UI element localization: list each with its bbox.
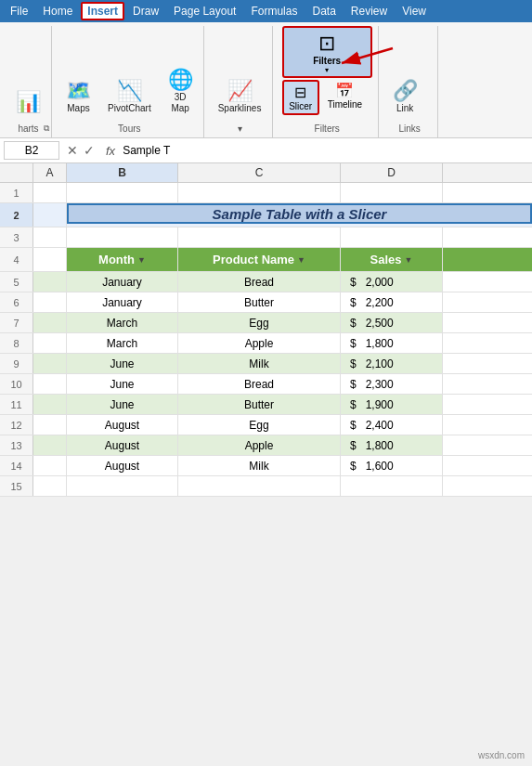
cell-a10[interactable]	[33, 374, 67, 394]
cell-a4[interactable]	[33, 248, 67, 271]
cell-b9[interactable]: June	[67, 354, 178, 373]
cell-a5[interactable]	[33, 272, 67, 292]
menu-file[interactable]: File	[4, 2, 34, 20]
menu-insert[interactable]: Insert	[81, 2, 124, 20]
cell-c4-product[interactable]: Product Name ▼	[178, 248, 341, 271]
charts-btn[interactable]: 📊	[11, 89, 45, 117]
col-header-b[interactable]: B	[67, 163, 178, 182]
cell-c15[interactable]	[178, 476, 341, 496]
threed-btn[interactable]: 🌐 3D Map	[163, 67, 198, 117]
pivotchart-label: PivotChart	[108, 103, 151, 114]
cell-c6[interactable]: Butter	[178, 292, 341, 312]
cell-a3[interactable]	[33, 227, 67, 247]
col-header-d[interactable]: D	[341, 163, 443, 182]
charts-dialog-icon[interactable]: ⧉	[44, 123, 49, 134]
confirm-formula-icon[interactable]: ✓	[84, 143, 95, 158]
cell-c10[interactable]: Bread	[178, 374, 341, 394]
menu-home[interactable]: Home	[36, 2, 79, 20]
menu-draw[interactable]: Draw	[126, 2, 165, 20]
dollar-13: $	[350, 439, 357, 452]
dollar-14: $	[350, 460, 357, 473]
timeline-btn[interactable]: 📅 Timeline	[323, 80, 367, 115]
dollar-9: $	[350, 357, 357, 370]
cell-d7[interactable]: $ 2,500	[341, 313, 443, 332]
menu-formulas[interactable]: Formulas	[244, 2, 304, 20]
cell-a2[interactable]	[33, 203, 67, 227]
slicer-btn[interactable]: ⊟ Slicer	[282, 80, 319, 115]
charts-group: 📊 harts ⧉	[6, 26, 52, 137]
cell-a12[interactable]	[33, 415, 67, 435]
cell-b1[interactable]	[67, 183, 178, 202]
cell-c8[interactable]: Apple	[178, 333, 341, 353]
product-filter-arrow[interactable]: ▼	[297, 255, 305, 265]
cell-d3[interactable]	[341, 227, 443, 247]
cell-d13[interactable]: $ 1,800	[341, 435, 443, 455]
pivotchart-btn[interactable]: 📉 PivotChart	[103, 78, 156, 117]
cell-b8[interactable]: March	[67, 333, 178, 353]
amount-5: 2,000	[366, 276, 394, 289]
menu-view[interactable]: View	[396, 2, 433, 20]
amount-14: 1,600	[366, 460, 394, 473]
cell-d6[interactable]: $ 2,200	[341, 292, 443, 312]
cell-b3[interactable]	[67, 227, 178, 247]
cell-a15[interactable]	[33, 476, 67, 496]
cell-c11[interactable]: Butter	[178, 395, 341, 414]
maps-btn[interactable]: 🗺️ Maps	[61, 78, 96, 117]
timeline-icon: 📅	[335, 82, 354, 99]
cell-b11[interactable]: June	[67, 395, 178, 414]
cell-d9[interactable]: $ 2,100	[341, 354, 443, 373]
cell-c9[interactable]: Milk	[178, 354, 341, 373]
cell-d5[interactable]: $ 2,000	[341, 272, 443, 292]
cell-c7[interactable]: Egg	[178, 313, 341, 332]
cell-b7[interactable]: March	[67, 313, 178, 332]
cell-b5[interactable]: January	[67, 272, 178, 292]
cell-d10[interactable]: $ 2,300	[341, 374, 443, 394]
menu-pagelayout[interactable]: Page Layout	[167, 2, 242, 20]
row-num-6: 6	[0, 292, 33, 312]
cell-reference-box[interactable]: B2	[4, 141, 59, 160]
cell-b4-month[interactable]: Month ▼	[67, 248, 178, 271]
menu-review[interactable]: Review	[344, 2, 394, 20]
cell-b15[interactable]	[67, 476, 178, 496]
cell-c13[interactable]: Apple	[178, 435, 341, 455]
cancel-formula-icon[interactable]: ✕	[67, 143, 78, 158]
cell-b14[interactable]: August	[67, 456, 178, 475]
cell-c1[interactable]	[178, 183, 341, 202]
cell-d14[interactable]: $ 1,600	[341, 456, 443, 475]
link-btn[interactable]: 🔗 Link	[388, 78, 422, 117]
cell-b10[interactable]: June	[67, 374, 178, 394]
sparklines-btn[interactable]: 📈 Sparklines	[214, 78, 266, 117]
menu-data[interactable]: Data	[305, 2, 342, 20]
cell-a11[interactable]	[33, 395, 67, 414]
cell-d12[interactable]: $ 2,400	[341, 415, 443, 435]
cell-b12[interactable]: August	[67, 415, 178, 435]
row-num-header	[0, 163, 33, 182]
cell-a9[interactable]	[33, 354, 67, 373]
cell-c12[interactable]: Egg	[178, 415, 341, 435]
cell-b13[interactable]: August	[67, 435, 178, 455]
tours-group-label: Tours	[56, 123, 203, 134]
cell-a14[interactable]	[33, 456, 67, 475]
filters-btn[interactable]: ⊡ Filters ▾	[282, 26, 372, 78]
row-num-10: 10	[0, 374, 33, 394]
cell-d8[interactable]: $ 1,800	[341, 333, 443, 353]
cell-a1[interactable]	[33, 183, 67, 202]
cell-c14[interactable]: Milk	[178, 456, 341, 475]
cell-a13[interactable]	[33, 435, 67, 455]
cell-a7[interactable]	[33, 313, 67, 332]
month-filter-arrow[interactable]: ▼	[137, 255, 146, 265]
col-header-c[interactable]: C	[178, 163, 341, 182]
sales-filter-arrow[interactable]: ▼	[405, 255, 413, 265]
cell-a6[interactable]	[33, 292, 67, 312]
cell-a8[interactable]	[33, 333, 67, 353]
col-header-a[interactable]: A	[33, 163, 67, 182]
cell-d4-sales[interactable]: Sales ▼	[341, 248, 443, 271]
cell-c5[interactable]: Bread	[178, 272, 341, 292]
cell-d1[interactable]	[341, 183, 443, 202]
table-row: 5 January Bread $ 2,000	[0, 272, 532, 292]
cell-c3[interactable]	[178, 227, 341, 247]
cell-d15[interactable]	[341, 476, 443, 496]
cell-d11[interactable]: $ 1,900	[341, 395, 443, 414]
table-row: 4 Month ▼ Product Name ▼ Sales ▼	[0, 248, 532, 272]
cell-b6[interactable]: January	[67, 292, 178, 312]
